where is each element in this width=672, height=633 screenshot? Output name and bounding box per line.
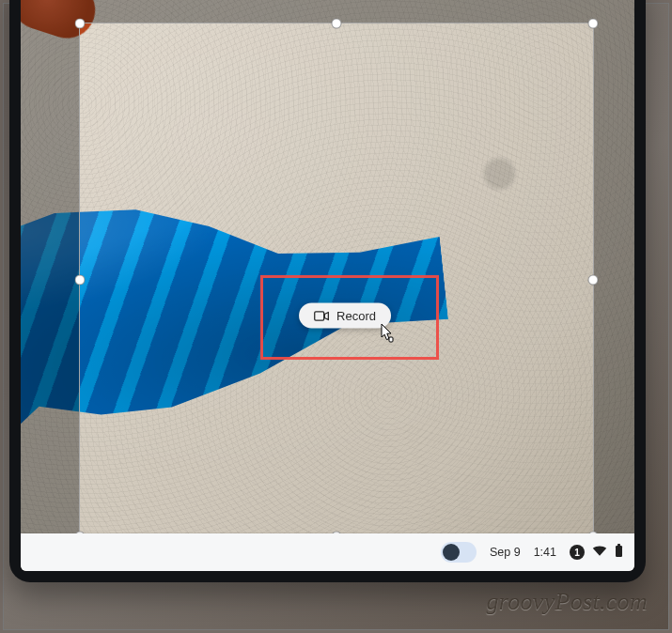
record-button[interactable]: Record [299, 303, 391, 329]
screen: Record Sep 9 1:41 1 [21, 0, 634, 571]
watermark-text: groovyPost.com [487, 588, 648, 616]
capture-selection-box[interactable] [79, 23, 594, 537]
resize-handle-nw[interactable] [75, 19, 86, 29]
record-button-label: Record [336, 309, 376, 323]
shelf-status-tray[interactable]: 1 [570, 544, 623, 562]
svg-rect-0 [315, 311, 324, 319]
chromeos-shelf: Sep 9 1:41 1 [21, 533, 634, 571]
screenshot-frame: Record Sep 9 1:41 1 [3, 3, 669, 630]
resize-handle-w[interactable] [75, 275, 86, 286]
shelf-toggle[interactable] [441, 542, 477, 563]
monitor-bezel: Record Sep 9 1:41 1 [9, 0, 646, 582]
svg-rect-2 [616, 546, 622, 557]
shelf-time[interactable]: 1:41 [534, 546, 556, 559]
resize-handle-e[interactable] [588, 275, 599, 286]
resize-handle-ne[interactable] [588, 19, 599, 29]
shelf-date[interactable]: Sep 9 [490, 546, 521, 559]
svg-rect-3 [617, 544, 620, 546]
battery-icon [615, 544, 623, 562]
videocam-icon [314, 310, 329, 321]
resize-handle-n[interactable] [332, 19, 342, 29]
notification-count-badge[interactable]: 1 [570, 545, 585, 560]
wifi-icon [592, 544, 607, 561]
